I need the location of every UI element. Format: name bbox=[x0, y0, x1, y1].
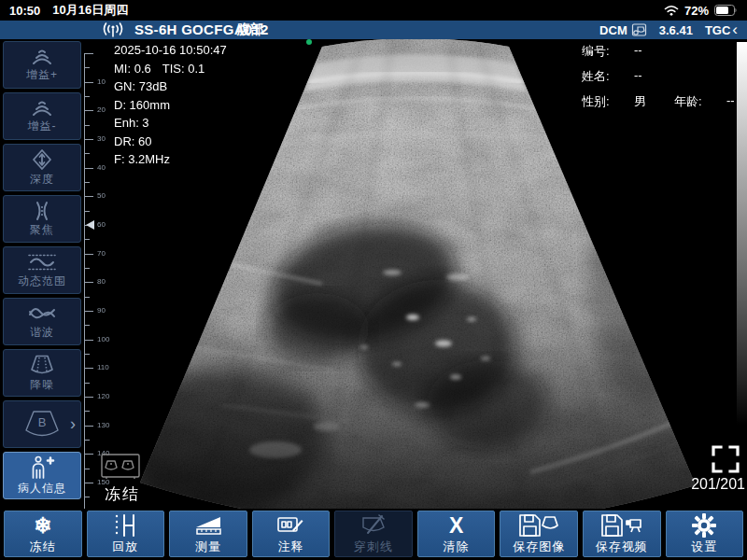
ruler-tick bbox=[85, 139, 93, 140]
ruler-tick bbox=[85, 383, 90, 384]
ruler-depth-label: 10 bbox=[97, 78, 106, 86]
toolbar-settings-button[interactable]: 设置 bbox=[666, 511, 744, 557]
needle-guide-icon bbox=[359, 513, 388, 539]
tis-value: TIS: 0.1 bbox=[162, 62, 205, 76]
mi-value: MI: 0.6 bbox=[114, 62, 151, 76]
sidebar-item-b-mode[interactable]: B › bbox=[3, 400, 81, 448]
ruler-tick bbox=[85, 426, 93, 427]
clear-x-icon: X bbox=[449, 514, 463, 537]
ruler-depth-label: 80 bbox=[97, 278, 106, 286]
exam-preset-tab[interactable]: 腹部 bbox=[220, 21, 280, 41]
b-mode-fan-icon: B bbox=[21, 409, 63, 441]
save-image-icon bbox=[518, 513, 559, 539]
ruler-tick bbox=[85, 397, 93, 398]
ruler-depth-label: 40 bbox=[97, 164, 106, 172]
patient-info-overlay: 编号: -- 姓名: -- 性别: 男 年龄: -- bbox=[582, 43, 735, 119]
ruler-tick bbox=[85, 268, 90, 269]
dynamic-range-value: DR: 60 bbox=[114, 133, 227, 151]
image-parameters: 2025-10-16 10:50:47 MI: 0.6TIS: 0.1 GN: … bbox=[114, 41, 227, 169]
dcm-toggle[interactable]: DCM bbox=[599, 23, 647, 37]
b-mode-letter: B bbox=[38, 415, 47, 429]
ipad-status-bar: 10:50 10月16日周四 72% bbox=[0, 0, 747, 21]
probe-signal-icon bbox=[101, 21, 125, 37]
grayscale-map-bar bbox=[737, 42, 747, 425]
sidebar-item-patient-info[interactable]: 病人信息 bbox=[3, 452, 81, 499]
sidebar-item-gain-minus[interactable]: 增益- bbox=[3, 92, 81, 140]
patient-age-label: 年龄: bbox=[674, 93, 715, 110]
app-version: 3.6.41 bbox=[659, 23, 693, 37]
clock-time: 10:50 bbox=[9, 4, 40, 18]
sidebar-item-label: 谐波 bbox=[30, 325, 54, 341]
clock-date: 10月16日周四 bbox=[52, 2, 128, 19]
freeze-snowflake-icon: ❄ bbox=[34, 514, 51, 537]
gain-minus-icon bbox=[29, 99, 55, 118]
gain-plus-icon bbox=[29, 48, 55, 66]
sidebar-item-denoise[interactable]: 降噪 bbox=[3, 349, 81, 397]
acquisition-datetime: 2025-10-16 10:50:47 bbox=[114, 41, 227, 60]
tgc-panel-toggle[interactable]: TGC ‹ bbox=[705, 23, 738, 37]
ruler-tick bbox=[85, 125, 90, 126]
ruler-tick bbox=[85, 354, 90, 355]
bottom-toolbar: ❄ 冻结 回放 测 bbox=[0, 509, 747, 560]
dual-image-layout-icon[interactable] bbox=[101, 454, 140, 480]
depth-value: D: 160mm bbox=[114, 96, 227, 115]
ruler-tick bbox=[85, 96, 90, 97]
depth-icon bbox=[31, 148, 53, 171]
ruler-tick bbox=[85, 239, 90, 240]
annotate-icon bbox=[276, 513, 304, 539]
enhance-value: Enh: 3 bbox=[114, 114, 227, 133]
probe-orientation-marker bbox=[306, 39, 312, 45]
chevron-right-icon: › bbox=[70, 414, 76, 434]
ruler-tick bbox=[85, 368, 93, 369]
toolbar-measure-button[interactable]: 测量 bbox=[169, 511, 247, 557]
sidebar-item-harmonic[interactable]: 谐波 bbox=[3, 298, 81, 345]
ruler-tick bbox=[85, 340, 93, 341]
ruler-tick bbox=[85, 297, 90, 298]
sidebar-item-depth[interactable]: 深度 bbox=[3, 144, 81, 191]
freeze-status-text: 冻结 bbox=[105, 483, 140, 505]
toolbar-save-video-button[interactable]: 保存视频 bbox=[583, 511, 661, 557]
ruler-tick bbox=[85, 168, 93, 169]
playback-film-icon bbox=[113, 513, 137, 539]
ruler-tick bbox=[85, 483, 93, 483]
ruler-tick bbox=[85, 497, 90, 497]
measure-ruler-icon bbox=[193, 513, 223, 539]
frame-counter: 201/201 bbox=[691, 476, 745, 493]
ruler-tick bbox=[85, 311, 93, 312]
chevron-left-icon: ‹ bbox=[732, 23, 738, 36]
ruler-tick bbox=[85, 110, 93, 111]
sidebar-item-label: 增益+ bbox=[26, 67, 58, 83]
ruler-tick bbox=[85, 440, 90, 441]
sidebar-item-focus[interactable]: 聚焦 bbox=[3, 195, 81, 243]
patient-name-label: 姓名: bbox=[582, 68, 623, 85]
ruler-depth-label: 100 bbox=[97, 336, 109, 343]
toolbar-freeze-button[interactable]: ❄ 冻结 bbox=[4, 511, 82, 557]
toolbar-needle-guide-button[interactable]: 穿刺线 bbox=[334, 511, 413, 557]
wifi-icon bbox=[664, 5, 679, 16]
ruler-depth-label: 110 bbox=[97, 364, 109, 371]
patient-id-label: 编号: bbox=[582, 43, 623, 60]
dcm-image-icon bbox=[630, 23, 647, 37]
focus-depth-marker bbox=[86, 220, 94, 230]
toolbar-save-image-button[interactable]: 保存图像 bbox=[500, 511, 578, 557]
ruler-tick bbox=[85, 67, 90, 68]
toolbar-playback-button[interactable]: 回放 bbox=[87, 511, 165, 557]
save-video-icon bbox=[600, 513, 643, 539]
ruler-tick bbox=[85, 82, 93, 83]
sidebar-item-dynamic-range[interactable]: 动态范围 bbox=[3, 246, 81, 294]
ruler-depth-label: 20 bbox=[97, 106, 106, 114]
ruler-tick bbox=[85, 454, 93, 455]
ruler-depth-label: 70 bbox=[97, 250, 106, 258]
ruler-tick bbox=[85, 182, 90, 183]
left-control-sidebar: 增益+ 增益- 深度 bbox=[0, 39, 84, 509]
ruler-tick bbox=[85, 53, 93, 54]
harmonic-icon bbox=[27, 303, 57, 324]
patient-sex-label: 性别: bbox=[582, 93, 623, 110]
toolbar-annotate-button[interactable]: 注释 bbox=[252, 511, 331, 557]
ruler-tick bbox=[85, 153, 90, 154]
ruler-depth-label: 120 bbox=[97, 393, 109, 400]
fullscreen-icon[interactable] bbox=[712, 445, 740, 473]
ruler-depth-label: 50 bbox=[97, 192, 106, 200]
toolbar-clear-button[interactable]: X 清除 bbox=[417, 511, 496, 557]
sidebar-item-gain-plus[interactable]: 增益+ bbox=[3, 41, 81, 89]
